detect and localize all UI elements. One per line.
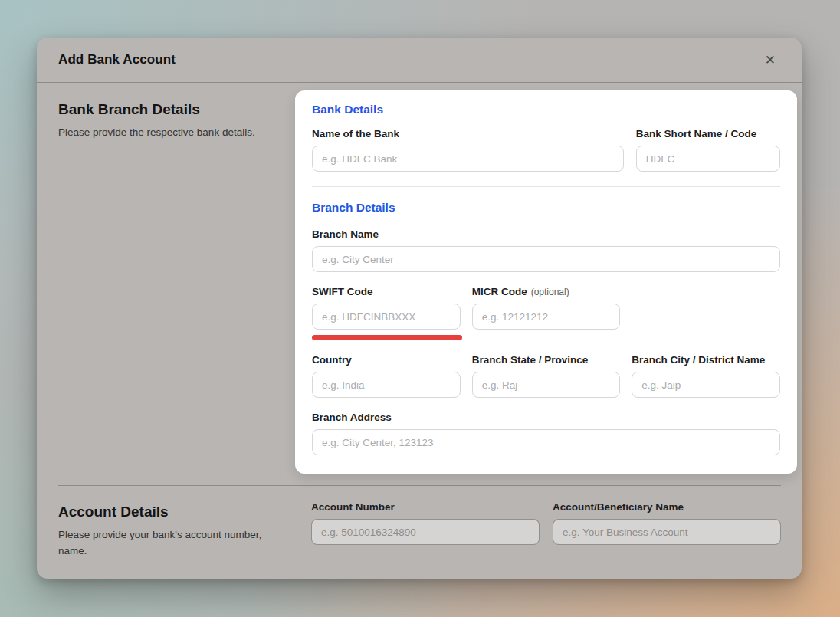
branch-name-input[interactable]: [312, 246, 780, 272]
close-icon: ✕: [765, 53, 776, 67]
beneficiary-name-input[interactable]: [553, 519, 781, 545]
bank-code-field: Bank Short Name / Code: [636, 128, 780, 172]
account-details-description: Please provide your bank's account numbe…: [58, 527, 281, 560]
account-details-heading: Account Details: [58, 504, 281, 520]
bank-branch-intro: Bank Branch Details Please provide the r…: [58, 90, 295, 474]
micr-code-input[interactable]: [472, 304, 621, 330]
branch-address-field: Branch Address: [312, 412, 780, 455]
country-input[interactable]: [312, 372, 461, 398]
branch-address-row: Branch Address: [312, 412, 780, 455]
swift-code-error-bar: [312, 335, 462, 340]
city-label: Branch City / District Name: [632, 354, 780, 366]
bank-code-label: Bank Short Name / Code: [636, 128, 780, 139]
micr-code-field: MICR Code(optional): [472, 286, 621, 340]
country-field: Country: [312, 354, 461, 398]
city-field: Branch City / District Name: [632, 354, 780, 398]
card-divider: [312, 186, 780, 187]
bank-branch-section: Bank Branch Details Please provide the r…: [37, 83, 802, 474]
bank-branch-form-card: Bank Details Name of the Bank Bank Short…: [295, 90, 797, 474]
bank-name-label: Name of the Bank: [312, 128, 624, 139]
bank-name-input[interactable]: [312, 146, 624, 172]
bank-branch-description: Please provide the respective bank detai…: [58, 125, 277, 141]
account-details-intro: Account Details Please provide your bank…: [58, 501, 311, 560]
bank-details-heading: Bank Details: [312, 103, 780, 117]
modal-title: Add Bank Account: [58, 52, 176, 67]
state-input[interactable]: [472, 372, 621, 398]
branch-name-row: Branch Name: [312, 228, 780, 272]
micr-optional-tag: (optional): [531, 287, 569, 297]
bank-details-row: Name of the Bank Bank Short Name / Code: [312, 128, 780, 172]
city-input[interactable]: [632, 372, 780, 398]
state-label: Branch State / Province: [472, 354, 621, 366]
modal-header: Add Bank Account ✕: [37, 38, 802, 83]
branch-details-heading: Branch Details: [312, 201, 780, 215]
account-number-field: Account Number: [311, 501, 540, 560]
country-state-city-row: Country Branch State / Province Branch C…: [312, 354, 780, 398]
account-fields-row: Account Number Account/Beneficiary Name: [311, 501, 781, 560]
branch-address-label: Branch Address: [312, 412, 780, 423]
branch-name-label: Branch Name: [312, 228, 780, 240]
beneficiary-name-label: Account/Beneficiary Name: [553, 501, 781, 513]
add-bank-account-modal: Add Bank Account ✕ Bank Branch Details P…: [37, 38, 802, 579]
account-number-label: Account Number: [311, 501, 540, 513]
country-label: Country: [312, 354, 461, 366]
swift-code-input[interactable]: [312, 304, 461, 330]
swift-micr-row: SWIFT Code MICR Code(optional): [312, 286, 780, 340]
beneficiary-name-field: Account/Beneficiary Name: [553, 501, 781, 560]
account-details-section: Account Details Please provide your bank…: [37, 486, 802, 560]
bank-code-input[interactable]: [636, 146, 780, 172]
bank-name-field: Name of the Bank: [312, 128, 624, 172]
branch-name-field: Branch Name: [312, 228, 780, 272]
swift-code-field: SWIFT Code: [312, 286, 461, 340]
empty-cell: [632, 286, 780, 340]
account-number-input[interactable]: [311, 519, 540, 545]
bank-branch-heading: Bank Branch Details: [58, 101, 277, 118]
swift-code-label: SWIFT Code: [312, 286, 461, 297]
close-button[interactable]: ✕: [762, 51, 779, 70]
micr-code-label: MICR Code(optional): [472, 286, 621, 297]
branch-address-input[interactable]: [312, 429, 780, 455]
state-field: Branch State / Province: [472, 354, 621, 398]
